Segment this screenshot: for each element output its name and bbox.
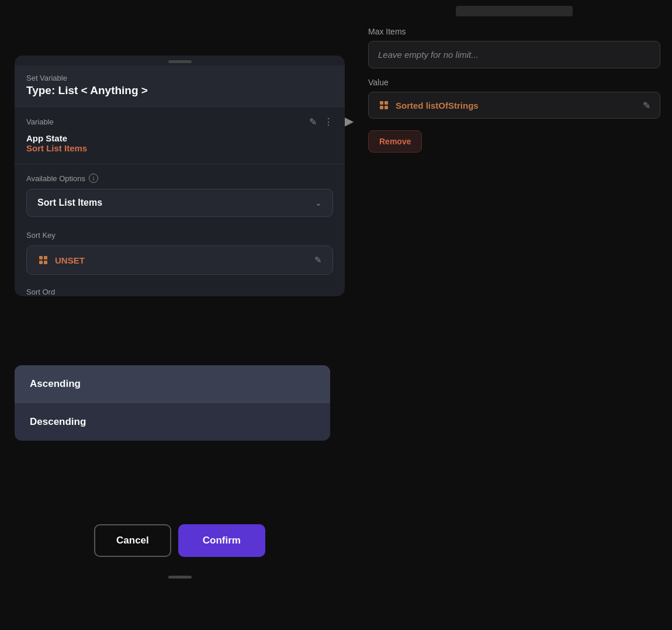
sort-key-grid-icon — [37, 254, 49, 266]
right-panel: Max Items Leave empty for no limit... Va… — [356, 0, 672, 630]
sort-key-section: Sort Key UNSET ✎ — [15, 227, 345, 284]
svg-rect-0 — [380, 101, 383, 105]
value-label: Value — [368, 78, 660, 87]
sort-order-dropdown: Ascending Descending — [15, 365, 330, 441]
bottom-drag-handle — [15, 576, 345, 583]
more-options-icon[interactable]: ⋮ — [324, 116, 333, 127]
svg-rect-4 — [39, 256, 43, 259]
variable-label: Variable — [26, 117, 54, 126]
variable-section: Variable ✎ ⋮ App State Sort List Items — [15, 107, 345, 164]
edit-value-icon[interactable]: ✎ — [643, 100, 650, 111]
svg-rect-7 — [44, 261, 47, 264]
svg-rect-1 — [385, 101, 388, 105]
cancel-button[interactable]: Cancel — [94, 524, 171, 557]
value-row: Sorted listOfStrings ✎ — [368, 92, 660, 119]
variable-icons: ✎ ⋮ — [309, 116, 333, 127]
ascending-option[interactable]: Ascending — [15, 365, 330, 403]
svg-rect-6 — [39, 261, 43, 264]
modal-action-buttons: Cancel Confirm — [15, 524, 345, 569]
svg-rect-2 — [380, 106, 383, 109]
connector-arrow: ▶ — [345, 114, 354, 128]
svg-rect-3 — [385, 106, 388, 109]
top-drag-handle — [15, 56, 345, 65]
sorted-list-text: Sorted listOfStrings — [396, 101, 637, 110]
available-options-section: Available Options i Sort List Items ⌄ — [15, 164, 345, 227]
max-items-input[interactable]: Leave empty for no limit... — [368, 41, 660, 68]
top-bar-decoration — [456, 6, 573, 16]
set-variable-header: Set Variable Type: List < Anything > — [15, 65, 345, 107]
chevron-down-icon: ⌄ — [315, 198, 322, 207]
max-items-label: Max Items — [368, 27, 660, 36]
remove-button[interactable]: Remove — [368, 130, 422, 153]
grid-icon — [378, 99, 390, 111]
bottom-drag-bar — [168, 576, 192, 579]
variable-section-header: Variable ✎ ⋮ — [26, 116, 333, 127]
sort-key-label: Sort Key — [26, 231, 333, 240]
dropdown-selected-text: Sort List Items — [37, 198, 102, 208]
edit-variable-icon[interactable]: ✎ — [309, 116, 317, 127]
descending-option[interactable]: Descending — [15, 403, 330, 441]
sort-list-items-label: Sort List Items — [26, 143, 333, 153]
app-state-label: App State — [26, 133, 333, 143]
drag-handle-bar — [168, 60, 192, 63]
sort-order-partial-label: Sort Ord — [15, 284, 345, 296]
available-options-label: Available Options i — [26, 174, 333, 183]
info-icon: i — [89, 174, 98, 183]
set-variable-modal: Set Variable Type: List < Anything > Var… — [15, 56, 345, 296]
available-options-dropdown[interactable]: Sort List Items ⌄ — [26, 189, 333, 217]
set-variable-title: Type: List < Anything > — [26, 84, 333, 97]
svg-rect-5 — [44, 256, 47, 259]
sort-key-edit-icon[interactable]: ✎ — [314, 255, 322, 265]
confirm-button[interactable]: Confirm — [178, 524, 265, 557]
sort-key-row: UNSET ✎ — [26, 245, 333, 275]
set-variable-subtitle: Set Variable — [26, 74, 333, 82]
sort-key-unset-text: UNSET — [55, 255, 309, 265]
